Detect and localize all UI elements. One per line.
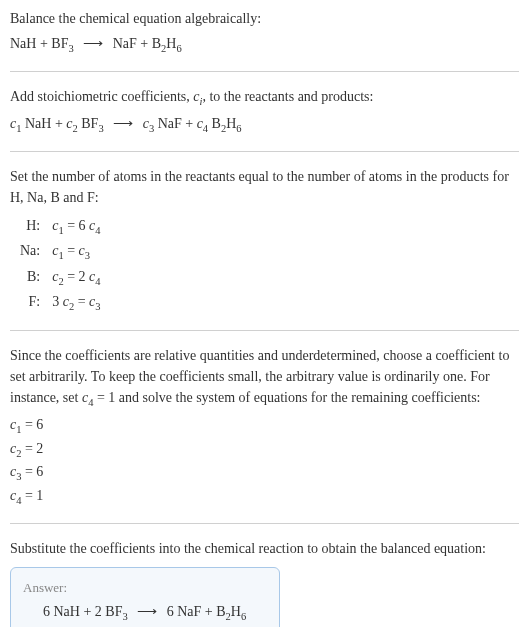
element-na: Na:	[16, 239, 48, 265]
element-h: H:	[16, 214, 48, 240]
divider	[10, 71, 519, 72]
bf3-sub: 3	[68, 43, 73, 54]
stoich-text: Add stoichiometric coefficients, ci, to …	[10, 86, 519, 110]
atoms-intro: Set the number of atoms in the reactants…	[10, 166, 519, 208]
table-row: Na: c1 = c3	[16, 239, 105, 265]
stoich-t2: , to the reactants and products:	[202, 89, 373, 104]
product-h: H	[166, 36, 176, 51]
sp3: NaF +	[154, 116, 197, 131]
coef-c4: c4 = 1	[10, 485, 519, 509]
divider	[10, 330, 519, 331]
coef-c2: c2 = 2	[10, 438, 519, 462]
arrow-icon: ⟶	[137, 601, 157, 622]
sp1: NaH +	[21, 116, 66, 131]
coef-c1: c1 = 6	[10, 414, 519, 438]
h6s: 6	[236, 123, 241, 134]
underdet-text: Since the coefficients are relative quan…	[10, 345, 519, 411]
underdet-section: Since the coefficients are relative quan…	[10, 345, 519, 509]
h6-sub: 6	[176, 43, 181, 54]
coef-list: c1 = 6 c2 = 2 c3 = 6 c4 = 1	[10, 414, 519, 508]
eq-f: 3 c2 = c3	[48, 290, 104, 316]
ans-pre1: 6 NaH + 2 BF	[43, 604, 122, 619]
table-row: B: c2 = 2 c4	[16, 265, 105, 291]
h: H	[226, 116, 236, 131]
element-b: B:	[16, 265, 48, 291]
table-row: F: 3 c2 = c3	[16, 290, 105, 316]
reactant-nah: NaH	[10, 36, 36, 51]
ans-bf3: 3	[122, 611, 127, 622]
ans-h6: 6	[241, 611, 246, 622]
coef-c3: c3 = 6	[10, 461, 519, 485]
subst-text: Substitute the coefficients into the che…	[10, 538, 519, 559]
product-b: B	[152, 36, 161, 51]
answer-box: Answer: 6 NaH + 2 BF3 ⟶ 6 NaF + B2H6	[10, 567, 280, 627]
sp2: BF	[78, 116, 99, 131]
arrow-icon: ⟶	[113, 113, 133, 134]
arrow-icon: ⟶	[83, 33, 103, 54]
intro-text: Balance the chemical equation algebraica…	[10, 8, 519, 29]
coef-equation: c1 NaH + c2 BF3 ⟶ c3 NaF + c4 B2H6	[10, 113, 519, 137]
table-row: H: c1 = 6 c4	[16, 214, 105, 240]
eq-b: c2 = 2 c4	[48, 265, 104, 291]
underdet-t2: = 1 and solve the system of equations fo…	[93, 390, 480, 405]
eq-na: c1 = c3	[48, 239, 104, 265]
atoms-section: Set the number of atoms in the reactants…	[10, 166, 519, 316]
sp4: B	[208, 116, 221, 131]
plus2: +	[137, 36, 152, 51]
unbalanced-equation: NaH + BF3 ⟶ NaF + B2H6	[10, 33, 519, 57]
stoich-section: Add stoichiometric coefficients, ci, to …	[10, 86, 519, 137]
eq-h: c1 = 6 c4	[48, 214, 104, 240]
answer-label: Answer:	[23, 578, 267, 598]
plus: +	[36, 36, 51, 51]
divider	[10, 151, 519, 152]
balanced-equation: 6 NaH + 2 BF3 ⟶ 6 NaF + B2H6	[23, 601, 267, 625]
divider	[10, 523, 519, 524]
atom-equations-table: H: c1 = 6 c4 Na: c1 = c3 B: c2 = 2 c4 F:…	[16, 214, 105, 316]
bf3s: 3	[98, 123, 103, 134]
ans-h: H	[231, 604, 241, 619]
intro-section: Balance the chemical equation algebraica…	[10, 8, 519, 57]
reactant-bf: BF	[51, 36, 68, 51]
subst-section: Substitute the coefficients into the che…	[10, 538, 519, 627]
product-naf: NaF	[113, 36, 137, 51]
element-f: F:	[16, 290, 48, 316]
ans-mid: 6 NaF + B	[167, 604, 226, 619]
stoich-t1: Add stoichiometric coefficients,	[10, 89, 193, 104]
